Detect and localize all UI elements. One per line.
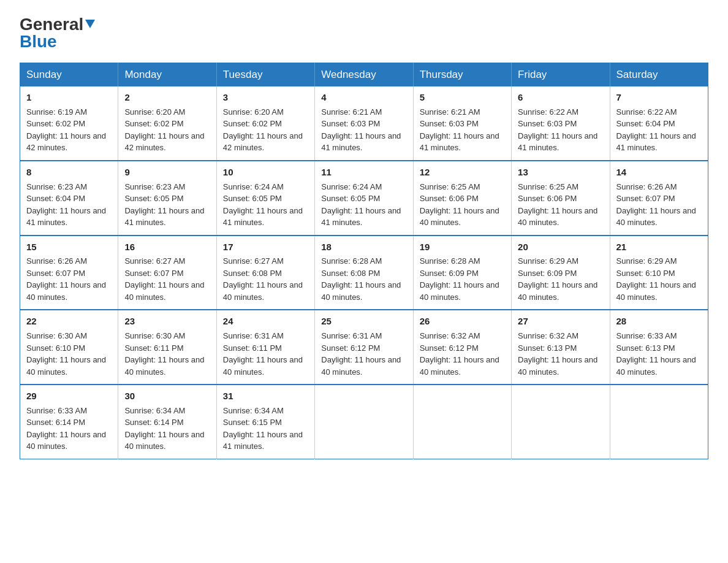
calendar-cell: 23 Sunrise: 6:30 AMSunset: 6:11 PMDaylig…: [118, 310, 216, 385]
day-number: 19: [420, 240, 505, 254]
day-number: 18: [321, 240, 406, 254]
calendar-cell: 4 Sunrise: 6:21 AMSunset: 6:03 PMDayligh…: [315, 86, 413, 161]
calendar-cell: 8 Sunrise: 6:23 AMSunset: 6:04 PMDayligh…: [20, 161, 118, 236]
day-number: 16: [124, 240, 210, 254]
calendar-cell: 28 Sunrise: 6:33 AMSunset: 6:13 PMDaylig…: [610, 310, 708, 385]
calendar-cell: 7 Sunrise: 6:22 AMSunset: 6:04 PMDayligh…: [610, 86, 708, 161]
logo: General Blue: [20, 15, 96, 52]
day-info: Sunrise: 6:33 AMSunset: 6:13 PMDaylight:…: [616, 331, 696, 377]
day-number: 1: [26, 91, 112, 104]
logo-triangle-icon: [84, 17, 96, 32]
calendar-cell: [610, 385, 708, 459]
calendar-cell: 11 Sunrise: 6:24 AMSunset: 6:05 PMDaylig…: [315, 161, 413, 236]
day-info: Sunrise: 6:21 AMSunset: 6:03 PMDaylight:…: [321, 107, 401, 153]
day-info: Sunrise: 6:31 AMSunset: 6:11 PMDaylight:…: [223, 331, 303, 377]
day-number: 25: [321, 315, 406, 328]
day-number: 24: [223, 315, 308, 328]
day-number: 7: [616, 91, 702, 104]
calendar-cell: 20 Sunrise: 6:29 AMSunset: 6:09 PMDaylig…: [512, 236, 610, 310]
day-info: Sunrise: 6:20 AMSunset: 6:02 PMDaylight:…: [124, 107, 204, 153]
calendar-week-row: 22 Sunrise: 6:30 AMSunset: 6:10 PMDaylig…: [20, 310, 708, 385]
day-info: Sunrise: 6:29 AMSunset: 6:10 PMDaylight:…: [616, 256, 696, 302]
calendar-cell: 1 Sunrise: 6:19 AMSunset: 6:02 PMDayligh…: [20, 86, 118, 161]
column-header-friday: Friday: [512, 63, 610, 87]
column-header-tuesday: Tuesday: [216, 63, 314, 87]
calendar-cell: 27 Sunrise: 6:32 AMSunset: 6:13 PMDaylig…: [512, 310, 610, 385]
day-number: 15: [26, 240, 112, 254]
logo-blue: Blue: [20, 32, 57, 52]
calendar-table: SundayMondayTuesdayWednesdayThursdayFrid…: [20, 63, 708, 459]
calendar-cell: 21 Sunrise: 6:29 AMSunset: 6:10 PMDaylig…: [610, 236, 708, 310]
day-number: 27: [518, 315, 603, 328]
calendar-cell: 18 Sunrise: 6:28 AMSunset: 6:08 PMDaylig…: [315, 236, 413, 310]
calendar-cell: 25 Sunrise: 6:31 AMSunset: 6:12 PMDaylig…: [315, 310, 413, 385]
day-number: 22: [26, 315, 112, 328]
calendar-cell: 5 Sunrise: 6:21 AMSunset: 6:03 PMDayligh…: [413, 86, 511, 161]
day-info: Sunrise: 6:33 AMSunset: 6:14 PMDaylight:…: [26, 406, 106, 451]
column-header-saturday: Saturday: [610, 63, 708, 87]
day-info: Sunrise: 6:22 AMSunset: 6:03 PMDaylight:…: [518, 107, 597, 153]
day-info: Sunrise: 6:32 AMSunset: 6:13 PMDaylight:…: [518, 331, 597, 377]
day-info: Sunrise: 6:27 AMSunset: 6:08 PMDaylight:…: [223, 256, 303, 302]
calendar-cell: [315, 385, 413, 459]
day-info: Sunrise: 6:32 AMSunset: 6:12 PMDaylight:…: [420, 331, 499, 377]
day-info: Sunrise: 6:19 AMSunset: 6:02 PMDaylight:…: [26, 107, 106, 153]
day-number: 20: [518, 240, 603, 254]
day-number: 8: [26, 166, 112, 179]
day-info: Sunrise: 6:31 AMSunset: 6:12 PMDaylight:…: [321, 331, 401, 377]
page-header: General Blue: [20, 15, 708, 52]
calendar-cell: 26 Sunrise: 6:32 AMSunset: 6:12 PMDaylig…: [413, 310, 511, 385]
column-header-sunday: Sunday: [20, 63, 118, 87]
calendar-cell: 30 Sunrise: 6:34 AMSunset: 6:14 PMDaylig…: [118, 385, 216, 459]
calendar-cell: 19 Sunrise: 6:28 AMSunset: 6:09 PMDaylig…: [413, 236, 511, 310]
calendar-week-row: 8 Sunrise: 6:23 AMSunset: 6:04 PMDayligh…: [20, 161, 708, 236]
svg-marker-0: [85, 20, 95, 28]
calendar-cell: 16 Sunrise: 6:27 AMSunset: 6:07 PMDaylig…: [118, 236, 216, 310]
day-info: Sunrise: 6:30 AMSunset: 6:11 PMDaylight:…: [124, 331, 204, 377]
day-number: 11: [321, 166, 406, 179]
day-number: 2: [124, 91, 210, 104]
day-info: Sunrise: 6:23 AMSunset: 6:04 PMDaylight:…: [26, 182, 106, 228]
column-header-monday: Monday: [118, 63, 216, 87]
column-header-thursday: Thursday: [413, 63, 511, 87]
day-info: Sunrise: 6:28 AMSunset: 6:08 PMDaylight:…: [321, 256, 401, 302]
day-info: Sunrise: 6:25 AMSunset: 6:06 PMDaylight:…: [420, 182, 499, 228]
day-info: Sunrise: 6:26 AMSunset: 6:07 PMDaylight:…: [26, 256, 106, 302]
day-number: 28: [616, 315, 702, 328]
day-number: 12: [420, 166, 505, 179]
calendar-cell: 24 Sunrise: 6:31 AMSunset: 6:11 PMDaylig…: [216, 310, 314, 385]
calendar-cell: 6 Sunrise: 6:22 AMSunset: 6:03 PMDayligh…: [512, 86, 610, 161]
day-number: 17: [223, 240, 308, 254]
day-info: Sunrise: 6:34 AMSunset: 6:15 PMDaylight:…: [223, 406, 303, 451]
calendar-cell: [413, 385, 511, 459]
column-header-wednesday: Wednesday: [315, 63, 413, 87]
day-info: Sunrise: 6:22 AMSunset: 6:04 PMDaylight:…: [616, 107, 696, 153]
day-number: 4: [321, 91, 406, 104]
calendar-cell: 9 Sunrise: 6:23 AMSunset: 6:05 PMDayligh…: [118, 161, 216, 236]
calendar-cell: 13 Sunrise: 6:25 AMSunset: 6:06 PMDaylig…: [512, 161, 610, 236]
day-info: Sunrise: 6:23 AMSunset: 6:05 PMDaylight:…: [124, 182, 204, 228]
calendar-header-row: SundayMondayTuesdayWednesdayThursdayFrid…: [20, 63, 708, 87]
day-number: 3: [223, 91, 308, 104]
calendar-cell: 31 Sunrise: 6:34 AMSunset: 6:15 PMDaylig…: [216, 385, 314, 459]
day-number: 5: [420, 91, 505, 104]
day-info: Sunrise: 6:25 AMSunset: 6:06 PMDaylight:…: [518, 182, 597, 228]
day-info: Sunrise: 6:28 AMSunset: 6:09 PMDaylight:…: [420, 256, 499, 302]
calendar-week-row: 15 Sunrise: 6:26 AMSunset: 6:07 PMDaylig…: [20, 236, 708, 310]
day-number: 6: [518, 91, 603, 104]
calendar-cell: 3 Sunrise: 6:20 AMSunset: 6:02 PMDayligh…: [216, 86, 314, 161]
calendar-cell: [512, 385, 610, 459]
day-number: 10: [223, 166, 308, 179]
day-number: 30: [124, 389, 210, 403]
calendar-cell: 22 Sunrise: 6:30 AMSunset: 6:10 PMDaylig…: [20, 310, 118, 385]
calendar-week-row: 1 Sunrise: 6:19 AMSunset: 6:02 PMDayligh…: [20, 86, 708, 161]
calendar-week-row: 29 Sunrise: 6:33 AMSunset: 6:14 PMDaylig…: [20, 385, 708, 459]
day-number: 26: [420, 315, 505, 328]
calendar-cell: 14 Sunrise: 6:26 AMSunset: 6:07 PMDaylig…: [610, 161, 708, 236]
calendar-cell: 10 Sunrise: 6:24 AMSunset: 6:05 PMDaylig…: [216, 161, 314, 236]
calendar-cell: 12 Sunrise: 6:25 AMSunset: 6:06 PMDaylig…: [413, 161, 511, 236]
day-number: 14: [616, 166, 702, 179]
day-number: 23: [124, 315, 210, 328]
day-number: 13: [518, 166, 603, 179]
day-number: 31: [223, 389, 308, 403]
